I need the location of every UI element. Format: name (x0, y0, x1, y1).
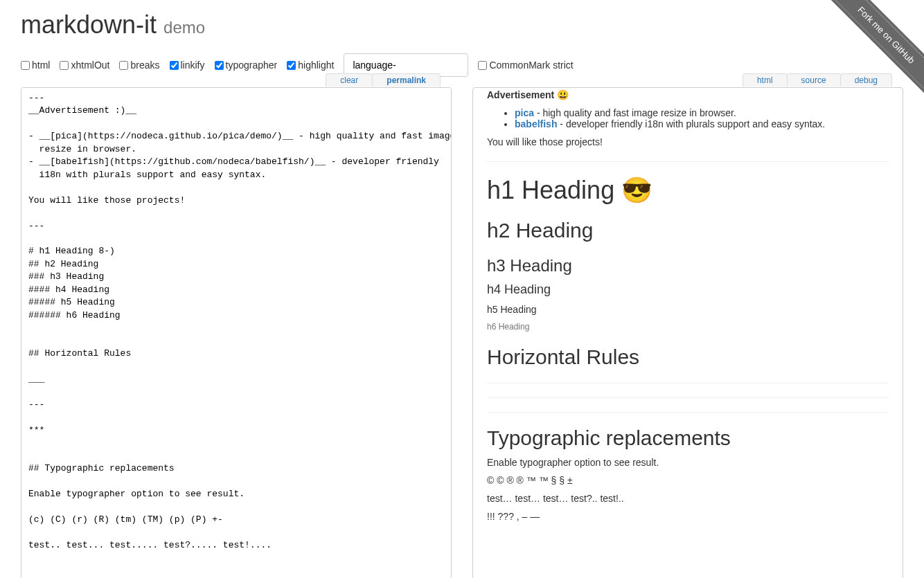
typo-punct: !!! ??? , – — (487, 511, 889, 522)
typo-desc: Enable typographer option to see result. (487, 457, 889, 468)
divider (487, 383, 889, 383)
smile-emoji-icon: 😃 (557, 89, 569, 100)
checkbox-breaks[interactable] (119, 61, 128, 70)
label-typographer: typographer (226, 60, 278, 71)
divider (487, 397, 889, 398)
source-panel: clear permalink (21, 87, 452, 578)
h6-heading: h6 Heading (487, 322, 889, 332)
option-highlight[interactable]: highlight (287, 60, 334, 71)
link-pica[interactable]: pica (515, 107, 534, 118)
typographic-heading: Typographic replacements (487, 426, 889, 450)
result-html[interactable]: Advertisement 😃 pica - high quality and … (472, 87, 903, 578)
github-ribbon-label: Fork me on GitHub (824, 0, 924, 97)
permalink-button[interactable]: permalink (372, 73, 441, 87)
option-html[interactable]: html (21, 60, 50, 71)
checkbox-commonmark[interactable] (478, 61, 487, 70)
label-breaks: breaks (130, 60, 159, 71)
checkbox-linkify[interactable] (170, 61, 179, 70)
option-commonmark[interactable]: CommonMark strict (478, 60, 573, 71)
h2-heading: h2 Heading (487, 219, 889, 242)
label-commonmark: CommonMark strict (489, 60, 573, 71)
checkbox-typographer[interactable] (215, 61, 224, 70)
source-tabs: clear permalink (326, 73, 441, 87)
source-textarea[interactable] (21, 87, 452, 578)
ad-strong: Advertisement (487, 89, 554, 100)
checkbox-highlight[interactable] (287, 61, 296, 70)
h5-heading: h5 Heading (487, 304, 889, 315)
divider (487, 412, 889, 413)
checkbox-html[interactable] (21, 61, 30, 70)
li1-text: - high quality and fast image resize in … (534, 107, 736, 118)
horizontal-rules-heading: Horizontal Rules (487, 345, 889, 369)
label-highlight: highlight (298, 60, 334, 71)
ad-list: pica - high quality and fast image resiz… (487, 107, 889, 129)
typo-tests: test… test… test… test?.. test!.. (487, 493, 889, 504)
divider (487, 161, 889, 162)
tab-html[interactable]: html (743, 73, 788, 87)
title-sub: demo (163, 18, 205, 37)
github-ribbon[interactable]: Fork me on GitHub (820, 0, 924, 104)
title-main: markdown-it (21, 10, 157, 39)
option-xhtmlout[interactable]: xhtmlOut (60, 60, 109, 71)
clear-button[interactable]: clear (326, 73, 373, 87)
label-html: html (32, 60, 50, 71)
list-item: pica - high quality and fast image resiz… (515, 107, 889, 118)
page-header: markdown-it demo (21, 10, 903, 39)
like-projects: You will like those projects! (487, 136, 889, 147)
link-babelfish[interactable]: babelfish (515, 118, 557, 129)
h3-heading: h3 Heading (487, 256, 889, 276)
typo-symbols: © © ® ® ™ ™ § § ± (487, 475, 889, 486)
h4-heading: h4 Heading (487, 282, 889, 297)
h1-heading: h1 Heading 😎 (487, 176, 889, 205)
li2-text: - developer friendly i18n with plurals s… (557, 118, 825, 129)
list-item: babelfish - developer friendly i18n with… (515, 118, 889, 129)
sunglasses-emoji-icon: 😎 (621, 176, 652, 204)
label-xhtmlout: xhtmlOut (71, 60, 109, 71)
label-linkify: linkify (181, 60, 205, 71)
option-breaks[interactable]: breaks (119, 60, 159, 71)
checkbox-xhtmlout[interactable] (60, 61, 69, 70)
result-panel: html source debug Advertisement 😃 pica -… (472, 87, 903, 578)
option-typographer[interactable]: typographer (215, 60, 278, 71)
page-title: markdown-it demo (21, 10, 205, 39)
option-linkify[interactable]: linkify (170, 60, 205, 71)
h1-text: h1 Heading (487, 176, 621, 204)
